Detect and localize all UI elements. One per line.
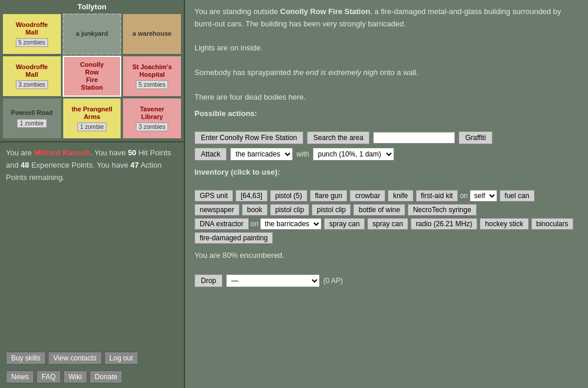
weapon-select[interactable]: punch (10%, 1 dam) pistol flare gun crow… [313, 148, 394, 161]
inv-first-aid-row: first-aid kit on self [416, 190, 497, 202]
map-cell-junkyard[interactable]: a junkyard [63, 13, 122, 55]
player-info: You are Milliard Rausch. You have 50 Hit… [0, 141, 184, 348]
inv-fire-damaged-painting[interactable]: fire-damaged painting [194, 232, 273, 244]
donate-button[interactable]: Donate [90, 370, 123, 383]
graffiti-input[interactable] [373, 132, 455, 144]
enter-building-button[interactable]: Enter Conolly Row Fire Station [194, 131, 303, 144]
buy-skills-button[interactable]: Buy skills [6, 352, 46, 365]
inv-pistol-clip-2[interactable]: pistol clip [312, 204, 351, 216]
inv-coords[interactable]: [64,63] [235, 190, 268, 202]
map-cell-powsell-road[interactable]: Powsell Road 1 zombie [2, 98, 61, 139]
inv-book[interactable]: book [242, 204, 268, 216]
inv-knife[interactable]: knife [388, 190, 413, 202]
inv-necrotech-syringe[interactable]: NecroTech syringe [408, 204, 476, 216]
inv-spray-can-1[interactable]: spray can [324, 218, 365, 230]
inv-gps-unit[interactable]: GPS unit [194, 190, 233, 202]
player-xp: 48 [20, 161, 29, 169]
inv-bottle-of-wine[interactable]: bottle of wine [353, 204, 405, 216]
drop-select[interactable]: — [226, 274, 320, 287]
inv-on-label-2: on [251, 220, 258, 228]
drop-ap-label: (0 AP) [323, 277, 343, 285]
action-buttons-row: Buy skills View contacts Log out [0, 348, 184, 368]
inv-first-aid-kit[interactable]: first-aid kit [416, 190, 459, 202]
attack-button[interactable]: Attack [194, 148, 227, 161]
player-name: Milliard Rausch [34, 148, 90, 157]
inv-pistol[interactable]: pistol (5) [270, 190, 307, 202]
actions-row-1: Enter Conolly Row Fire Station Search th… [194, 131, 579, 144]
inv-dna-extractor-row: DNA extractor on the barricades [194, 218, 322, 230]
inv-first-aid-select[interactable]: self [470, 190, 497, 202]
inv-dna-extractor[interactable]: DNA extractor [194, 218, 249, 230]
map-cell-warehouse[interactable]: a warehouse [122, 13, 182, 55]
map-cell-woodroffe-mall-2[interactable]: WoodroffeMall 3 zombies [2, 56, 61, 97]
actions-row-2: Attack the barricades with punch (10%, 1… [194, 148, 579, 161]
map-cell-tavener[interactable]: TavenerLibrary 3 zombies [122, 98, 182, 139]
inv-on-label-1: on [460, 192, 467, 200]
inv-dna-extractor-select[interactable]: the barricades [260, 218, 322, 230]
location-description: You are standing outside Conolly Row Fir… [194, 6, 579, 103]
view-contacts-button[interactable]: View contacts [48, 352, 102, 365]
player-prefix: You are [6, 148, 34, 157]
map-title: Tollyton [2, 2, 182, 11]
bodies-text: There are four dead bodies here. [194, 91, 579, 104]
player-mid1: . You have [90, 148, 128, 157]
possible-actions-label: Possible actions: [194, 109, 579, 118]
search-area-button[interactable]: Search the area [307, 131, 370, 144]
lights-text: Lights are on inside. [194, 42, 579, 55]
encumbrance-text: You are 80% encumbered. [194, 251, 579, 260]
map-cell-conolly-current[interactable]: ConollyRowFireStation [63, 56, 122, 97]
bottom-buttons-row: News FAQ Wiki Donate [0, 368, 184, 388]
right-panel: You are standing outside Conolly Row Fir… [185, 0, 588, 388]
map-container: Tollyton WoodroffeMall 5 zombies a junky… [0, 0, 184, 141]
news-button[interactable]: News [6, 370, 34, 383]
log-out-button[interactable]: Log out [104, 352, 138, 365]
location-name: Conolly Row Fire Station [280, 7, 370, 16]
inv-pistol-clip-1[interactable]: pistol clip [270, 204, 309, 216]
faq-button[interactable]: FAQ [36, 370, 61, 383]
inventory-label: Inventory (click to use): [194, 168, 579, 176]
inv-newspaper[interactable]: newspaper [194, 204, 240, 216]
wiki-button[interactable]: Wiki [63, 370, 87, 383]
inv-crowbar[interactable]: crowbar [350, 190, 385, 202]
graffiti-button[interactable]: Graffiti [459, 131, 492, 144]
inventory-area: GPS unit [64,63] pistol (5) flare gun cr… [194, 190, 579, 244]
map-grid: WoodroffeMall 5 zombies a junkyard a war… [2, 13, 182, 139]
inv-binoculars[interactable]: binoculars [531, 218, 574, 230]
left-panel: Tollyton WoodroffeMall 5 zombies a junky… [0, 0, 185, 388]
inv-flare-gun[interactable]: flare gun [310, 190, 348, 202]
inv-hockey-stick[interactable]: hockey stick [480, 218, 528, 230]
map-cell-woodroffe-mall-1[interactable]: WoodroffeMall 5 zombies [2, 13, 61, 55]
inv-spray-can-2[interactable]: spray can [367, 218, 408, 230]
drop-button[interactable]: Drop [194, 274, 223, 287]
inv-radio[interactable]: radio (26.21 MHz) [411, 218, 477, 230]
graffiti-text: Somebody has spraypainted the end is ext… [194, 67, 579, 79]
drop-row: Drop — (0 AP) [194, 274, 579, 287]
attack-target-select[interactable]: the barricades [230, 148, 293, 161]
map-cell-hospital[interactable]: St Joachim'sHospital 5 zombies [122, 56, 182, 97]
with-label: with [296, 150, 309, 158]
inv-fuel-can[interactable]: fuel can [500, 190, 535, 202]
player-ap: 47 [131, 161, 139, 169]
map-cell-prangnell[interactable]: the PrangnellArms 1 zombie [63, 98, 122, 139]
player-hp: 50 [128, 148, 136, 157]
player-mid3: Experience Points. You have [29, 161, 131, 169]
